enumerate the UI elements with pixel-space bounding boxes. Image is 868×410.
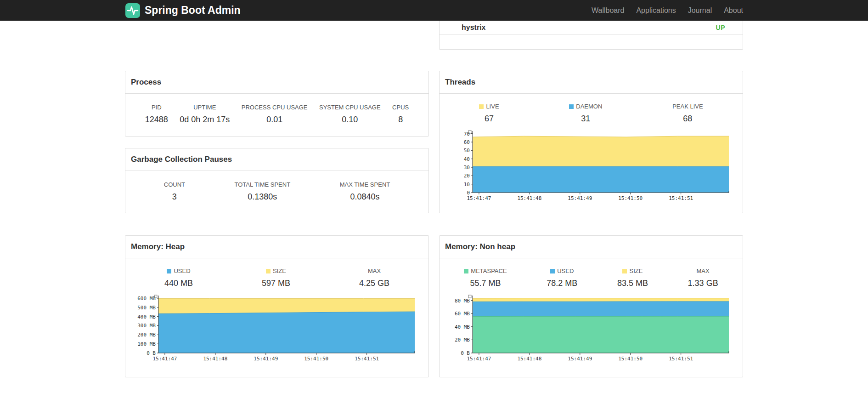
svg-text:15:41:49: 15:41:49	[254, 356, 278, 362]
gc-stats: COUNT3TOTAL TIME SPENT0.1380sMAX TIME SP…	[125, 171, 428, 202]
stat-value: 0d 0h 2m 17s	[180, 115, 230, 125]
svg-text:15:41:50: 15:41:50	[618, 356, 643, 362]
stat: MAX TIME SPENT0.0840s	[340, 181, 390, 202]
metric-value: 597 MB	[262, 279, 290, 288]
panel-threads-title: Threads	[440, 71, 743, 94]
nav-link-applications[interactable]: Applications	[630, 6, 682, 15]
svg-text:15:41:51: 15:41:51	[355, 356, 379, 362]
svg-text:15:41:48: 15:41:48	[517, 195, 541, 201]
status-badge: UP	[716, 24, 725, 31]
legend-swatch	[569, 104, 574, 109]
nonheap-metrics: METASPACE55.7 MBUSED78.2 MBSIZE83.5 MBMA…	[440, 258, 743, 288]
metric-value: 440 MB	[164, 279, 193, 288]
svg-text:40 MB: 40 MB	[455, 324, 470, 330]
svg-text:200 MB: 200 MB	[137, 332, 156, 338]
svg-text:50: 50	[464, 148, 470, 154]
metric-label-text: PEAK LIVE	[672, 103, 703, 110]
pulse-logo-icon	[125, 3, 141, 18]
health-item-name: hystrix	[462, 23, 485, 32]
stat: TOTAL TIME SPENT0.1380s	[235, 181, 291, 202]
stat: COUNT3	[164, 181, 185, 202]
svg-text:30: 30	[464, 165, 470, 171]
svg-text:15:41:49: 15:41:49	[568, 356, 592, 362]
metric-label-text: LIVE	[486, 103, 499, 110]
navbar: Spring Boot Admin WallboardApplicationsJ…	[0, 0, 868, 21]
nonheap-area-chart: 80 MB60 MB40 MB20 MB0 B15:41:4715:41:481…	[440, 294, 743, 363]
nav-link-about[interactable]: About	[718, 6, 743, 15]
stat-value: 8	[392, 115, 409, 125]
stat-label: SYSTEM CPU USAGE	[319, 104, 381, 111]
panel-memory-nonheap: Memory: Non heap METASPACE55.7 MBUSED78.…	[439, 235, 743, 377]
panel-threads: Threads LIVE67DAEMON31PEAK LIVE68 706050…	[439, 71, 743, 213]
threads-chart-wrap: 70605040302010015:41:4715:41:4815:41:491…	[440, 129, 743, 203]
heap-area-chart: 600 MB500 MB400 MB300 MB200 MB100 MB0 B1…	[125, 294, 428, 363]
legend-swatch	[550, 269, 555, 273]
metric: DAEMON31	[569, 103, 602, 124]
panel-gc-title: Garbage Collection Pauses	[125, 148, 428, 171]
svg-text:15:41:49: 15:41:49	[568, 195, 592, 201]
stat-label: UPTIME	[180, 104, 230, 111]
legend-swatch	[622, 269, 627, 273]
svg-text:100 MB: 100 MB	[137, 341, 156, 347]
nav-link-wallboard[interactable]: Wallboard	[586, 6, 630, 15]
svg-text:15:41:47: 15:41:47	[467, 195, 491, 201]
brand-title: Spring Boot Admin	[145, 4, 241, 17]
metric: USED440 MB	[164, 268, 193, 288]
stat-value: 0.01	[242, 115, 308, 125]
stat-label: MAX TIME SPENT	[340, 181, 390, 188]
panel-process-title: Process	[125, 71, 428, 94]
metric: METASPACE55.7 MB	[464, 268, 507, 288]
stat-value: 0.10	[319, 115, 381, 125]
svg-text:20 MB: 20 MB	[455, 337, 470, 343]
brand-link[interactable]: Spring Boot Admin	[125, 3, 241, 18]
metric-label-text: SIZE	[629, 268, 643, 274]
metric-label-text: USED	[174, 268, 190, 274]
metric-label: MAX	[359, 268, 389, 274]
metric: LIVE67	[479, 103, 499, 124]
stat-value: 0.1380s	[235, 192, 291, 202]
stat-label: PROCESS CPU USAGE	[242, 104, 308, 111]
svg-text:15:41:47: 15:41:47	[152, 356, 177, 362]
svg-text:15:41:51: 15:41:51	[669, 356, 693, 362]
stat-label: PID	[145, 104, 168, 111]
panel-process: Process PID12488UPTIME0d 0h 2m 17sPROCES…	[125, 71, 429, 137]
legend-swatch	[167, 269, 171, 273]
panel-nonheap-title: Memory: Non heap	[440, 236, 743, 258]
legend-swatch	[464, 269, 468, 273]
metric-value: 55.7 MB	[464, 279, 507, 288]
stat-value: 12488	[145, 115, 168, 125]
right-column: hystrix UP Threads LIVE67DAEMON31PEAK LI…	[439, 21, 743, 377]
svg-text:10: 10	[464, 182, 470, 188]
nav-link-journal[interactable]: Journal	[682, 6, 718, 15]
svg-text:400 MB: 400 MB	[137, 314, 156, 320]
metric-value: 67	[479, 114, 499, 124]
process-stats: PID12488UPTIME0d 0h 2m 17sPROCESS CPU US…	[125, 94, 428, 125]
page: Spring Boot Admin WallboardApplicationsJ…	[0, 0, 868, 410]
stat: CPUS8	[392, 104, 409, 125]
svg-text:15:41:51: 15:41:51	[669, 195, 693, 201]
metric-label: LIVE	[479, 103, 499, 110]
stat-value: 0.0840s	[340, 192, 390, 202]
heap-metrics: USED440 MBSIZE597 MBMAX4.25 GB	[125, 258, 428, 288]
metric-label-text: USED	[557, 268, 574, 274]
left-column: Process PID12488UPTIME0d 0h 2m 17sPROCES…	[125, 21, 429, 377]
svg-text:70: 70	[464, 131, 470, 137]
health-row-hystrix[interactable]: hystrix UP	[440, 21, 743, 34]
svg-text:15:41:48: 15:41:48	[517, 356, 541, 362]
metric: PEAK LIVE68	[672, 103, 703, 124]
svg-text:15:41:48: 15:41:48	[203, 356, 227, 362]
metric-label: METASPACE	[464, 268, 507, 274]
metric: MAX4.25 GB	[359, 268, 389, 288]
svg-text:300 MB: 300 MB	[137, 323, 156, 329]
stat-label: CPUS	[392, 104, 409, 111]
main-content: Process PID12488UPTIME0d 0h 2m 17sPROCES…	[125, 21, 743, 377]
legend-swatch	[479, 104, 484, 109]
nonheap-chart-wrap: 80 MB60 MB40 MB20 MB0 B15:41:4715:41:481…	[440, 294, 743, 363]
metric: SIZE597 MB	[262, 268, 290, 288]
metric-label-text: METASPACE	[471, 268, 507, 274]
metric-label: MAX	[688, 268, 718, 274]
panel-memory-heap: Memory: Heap USED440 MBSIZE597 MBMAX4.25…	[125, 235, 429, 377]
metric-value: 83.5 MB	[617, 279, 648, 288]
threads-area-chart: 70605040302010015:41:4715:41:4815:41:491…	[440, 129, 743, 203]
svg-text:60 MB: 60 MB	[455, 311, 470, 317]
